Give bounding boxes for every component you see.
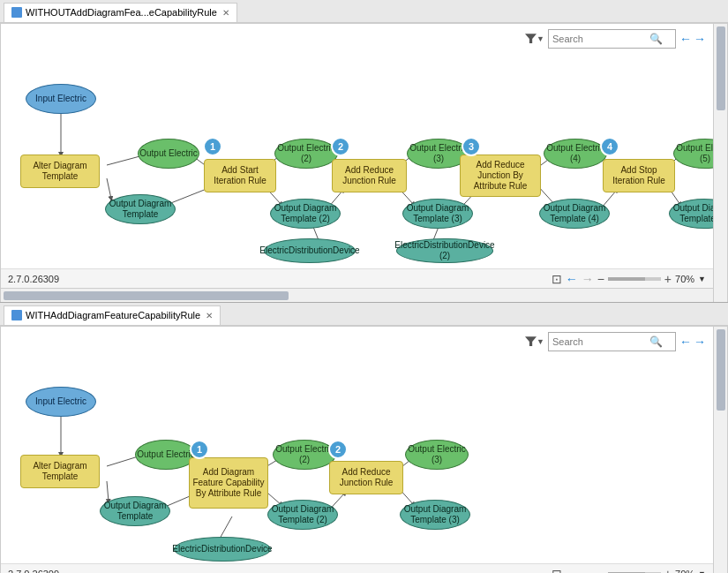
node-output-electric-3-bottom[interactable]: Output Electric (3): [405, 440, 469, 470]
node-output-diagram-2-bottom[interactable]: Output Diagram Template (2): [267, 500, 338, 530]
node-add-reduce-attr-top[interactable]: Add Reduce Junction By Attribute Rule: [460, 155, 541, 197]
badge-2-top: 2: [331, 137, 350, 156]
node-add-reduce-junction-bottom[interactable]: Add Reduce Junction Rule: [329, 461, 403, 494]
top-zoom-back[interactable]: ←: [566, 272, 578, 286]
bottom-nav-fwd[interactable]: →: [694, 335, 706, 349]
node-input-electric-bottom[interactable]: Input Electric: [26, 387, 96, 417]
top-toolbar: ▼ 🔍 ← →: [525, 29, 706, 49]
svg-line-25: [107, 481, 109, 501]
node-alter-diagram-top[interactable]: Alter Diagram Template: [20, 155, 100, 188]
bottom-search-input[interactable]: [552, 336, 649, 347]
top-zoom-fwd[interactable]: →: [582, 272, 594, 286]
bottom-version: 2.7.0.26309: [8, 569, 59, 574]
tab-with[interactable]: WITHAddDiagramFeatureCapabilityRule ✕: [4, 305, 221, 325]
tab-label-without: WITHOUTAddDiagramFea...eCapabilityRule: [26, 7, 217, 18]
node-add-reduce-junction-top[interactable]: Add Reduce Junction Rule: [332, 159, 407, 192]
bottom-v-scrollbar-thumb[interactable]: [717, 329, 725, 411]
top-fit-icon[interactable]: ⊡: [552, 272, 562, 286]
badge-1-top: 1: [203, 137, 222, 156]
bottom-status-bar: 2.7.0.26309 ⊡ ← → − + 70% ▼: [1, 563, 713, 573]
top-h-scrollbar[interactable]: [1, 288, 713, 302]
top-v-scrollbar[interactable]: [713, 24, 727, 302]
bottom-v-scrollbar[interactable]: [713, 327, 727, 573]
node-edc-1-top[interactable]: ElectricDistributionDevice: [264, 238, 356, 263]
top-nav-back[interactable]: ←: [679, 32, 692, 46]
top-version: 2.7.0.26309: [8, 274, 59, 284]
svg-line-3: [107, 178, 111, 199]
node-output-diagram-5-top[interactable]: Output Diagram Template (5): [669, 199, 713, 229]
node-add-diagram-feature-bottom[interactable]: Add Diagram Feature Capability By Attrib…: [189, 457, 268, 509]
svg-marker-0: [525, 34, 537, 43]
tab-close-without[interactable]: ✕: [222, 8, 229, 18]
bottom-zoom-back[interactable]: ←: [566, 567, 578, 574]
top-zoom-label: 70%: [675, 274, 694, 284]
top-status-right: ⊡ ← → − + 70% ▼: [552, 272, 706, 286]
bottom-search-icon: 🔍: [649, 336, 663, 348]
tab-without[interactable]: WITHOUTAddDiagramFea...eCapabilityRule ✕: [4, 3, 237, 22]
top-search-input[interactable]: [552, 34, 649, 44]
top-nav-arrows: ← →: [679, 32, 706, 46]
tab-label-with: WITHAddDiagramFeatureCapabilityRule: [26, 310, 200, 320]
bottom-zoom-dropdown[interactable]: ▼: [698, 569, 706, 574]
bottom-nav-back[interactable]: ←: [679, 335, 692, 349]
node-output-electric-bottom[interactable]: Output Electric: [135, 440, 197, 470]
node-output-diagram-2-top[interactable]: Output Diagram Template (2): [270, 199, 341, 229]
bottom-tab-bar: WITHAddDiagramFeatureCapabilityRule ✕: [0, 303, 728, 326]
node-output-diagram-3-bottom[interactable]: Output Diagram Template (3): [400, 500, 470, 530]
node-output-diagram-top[interactable]: Output Diagram Template: [105, 194, 176, 224]
top-search-icon: 🔍: [649, 33, 663, 45]
tab-close-with[interactable]: ✕: [206, 311, 213, 320]
top-v-scrollbar-thumb[interactable]: [717, 26, 725, 110]
bottom-zoom-fwd[interactable]: →: [582, 567, 594, 574]
bottom-arrows-svg: [1, 327, 713, 563]
bottom-search-box: 🔍: [548, 332, 676, 351]
badge-3-top: 3: [462, 137, 481, 156]
node-edc-bottom[interactable]: ElectricDistributionDevice: [174, 537, 271, 562]
top-zoom-slider[interactable]: [608, 277, 661, 281]
badge-4-top: 4: [600, 137, 619, 156]
node-add-start-top[interactable]: Add Start Iteration Rule: [204, 159, 276, 192]
bottom-zoom-minus[interactable]: −: [597, 567, 604, 574]
node-edc-2-top[interactable]: ElectricDistributionDevice (2): [396, 238, 493, 263]
badge-1-bottom: 1: [190, 440, 209, 459]
node-alter-diagram-bottom[interactable]: Alter Diagram Template: [20, 455, 100, 488]
bottom-diagram-canvas: Input Electric Alter Diagram Template Ou…: [1, 327, 713, 569]
top-filter-button[interactable]: ▼: [525, 29, 544, 49]
node-output-diagram-bottom[interactable]: Output Diagram Template: [100, 496, 170, 526]
tab-icon-without: [11, 7, 22, 18]
top-h-scrollbar-thumb[interactable]: [4, 291, 289, 300]
svg-line-34: [220, 516, 232, 539]
node-output-diagram-3-top[interactable]: Output Diagram Template (3): [402, 199, 473, 229]
node-output-electric-2-bottom[interactable]: Output Electric (2): [273, 440, 336, 470]
bottom-zoom-label: 70%: [675, 569, 694, 574]
node-output-electric-top[interactable]: Output Electric: [138, 139, 199, 169]
node-output-electric-2-top[interactable]: Output Electric (2): [274, 139, 338, 169]
bottom-panel: ▼ 🔍 ← → Input Electri: [0, 326, 728, 573]
top-zoom-dropdown[interactable]: ▼: [698, 275, 706, 283]
svg-marker-22: [525, 336, 537, 346]
tab-icon-with: [11, 310, 22, 320]
node-output-diagram-4-top[interactable]: Output Diagram Template (4): [539, 199, 610, 229]
bottom-nav-arrows: ← →: [679, 335, 706, 349]
node-output-electric-4-top[interactable]: Output Electric (4): [544, 139, 607, 169]
node-output-electric-5-top[interactable]: Output Electric (5): [673, 139, 713, 169]
badge-2-bottom: 2: [328, 440, 348, 459]
bottom-zoom-plus[interactable]: +: [664, 567, 672, 574]
top-zoom-minus[interactable]: −: [597, 272, 604, 286]
top-nav-fwd[interactable]: →: [694, 32, 706, 46]
node-input-electric-top[interactable]: Input Electric: [26, 84, 96, 114]
top-status-bar: 2.7.0.26309 ⊡ ← → − + 70% ▼: [1, 268, 713, 288]
bottom-toolbar: ▼ 🔍 ← →: [525, 332, 706, 351]
top-tab-bar: WITHOUTAddDiagramFea...eCapabilityRule ✕: [0, 0, 728, 23]
top-panel: ▼ 🔍 ← →: [0, 23, 728, 302]
bottom-fit-icon[interactable]: ⊡: [552, 567, 562, 574]
node-add-stop-top[interactable]: Add Stop Iteration Rule: [603, 159, 675, 192]
top-diagram-canvas: Input Electric Alter Diagram Template Ou…: [1, 24, 713, 274]
bottom-filter-button[interactable]: ▼: [525, 332, 544, 351]
bottom-status-right: ⊡ ← → − + 70% ▼: [552, 567, 706, 574]
top-search-box: 🔍: [548, 29, 676, 49]
top-zoom-plus[interactable]: +: [664, 272, 672, 286]
